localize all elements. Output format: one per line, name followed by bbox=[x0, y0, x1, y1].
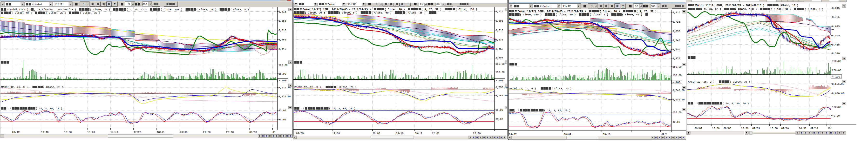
svg-text:( Close, 5 ): ( Close, 5 ) bbox=[339, 11, 358, 14]
svg-text:( Close, 150 ): ( Close, 150 ) bbox=[735, 8, 757, 11]
svg-text:12:00: 12:00 bbox=[64, 131, 72, 134]
svg-text:( Close, 5 ): ( Close, 5 ) bbox=[230, 8, 249, 11]
svg-text:95.00: 95.00 bbox=[278, 109, 286, 112]
svg-text:( Close, 20 ): ( Close, 20 ) bbox=[556, 13, 576, 16]
svg-text:09/10: 09/10 bbox=[603, 133, 611, 136]
svg-text:( Close, 10 ): ( Close, 10 ) bbox=[384, 8, 405, 11]
svg-text:100.00: 100.00 bbox=[673, 111, 682, 114]
svg-text:( Close, 40 ): ( Close, 40 ) bbox=[371, 11, 392, 14]
svg-text:( 14, 3, 80, 20 ): ( 14, 3, 80, 20 ) bbox=[329, 107, 355, 110]
svg-text:18:40: 18:40 bbox=[157, 131, 164, 134]
svg-text:8,565: 8,565 bbox=[278, 19, 286, 23]
svg-text:20:00: 20:00 bbox=[180, 131, 188, 134]
svg-text:8,615: 8,615 bbox=[278, 10, 286, 13]
svg-text:, 2011/09/08 - 2011/09/13 ): , 2011/09/08 - 2011/09/13 ) bbox=[34, 8, 76, 11]
svg-text:× 100: × 100 bbox=[673, 81, 680, 84]
svg-text:16:30: 16:30 bbox=[770, 127, 778, 130]
svg-text:225mini: 225mini bbox=[324, 3, 335, 6]
svg-text:( Close, 75 ): ( Close, 75 ) bbox=[80, 11, 100, 14]
svg-text:( Close, 75 ): ( Close, 75 ) bbox=[551, 87, 572, 90]
svg-text:10:40: 10:40 bbox=[41, 131, 49, 134]
svg-text:8,370: 8,370 bbox=[673, 57, 680, 60]
svg-text:22:40: 22:40 bbox=[226, 131, 234, 134]
svg-text:21:20: 21:20 bbox=[203, 131, 211, 134]
svg-text:8,635: 8,635 bbox=[832, 25, 840, 28]
svg-text:T: T bbox=[114, 3, 116, 6]
svg-text:165.00: 165.00 bbox=[278, 64, 288, 67]
svg-text:8,455: 8,455 bbox=[673, 48, 680, 51]
svg-text:8,695: 8,695 bbox=[495, 19, 503, 23]
svg-text:09/09: 09/09 bbox=[564, 133, 571, 136]
svg-text:( Close, 40 ): ( Close, 40 ) bbox=[622, 13, 642, 16]
svg-text:16:: 16: bbox=[828, 127, 832, 130]
svg-text:8,740.00: 8,740.00 bbox=[673, 89, 684, 92]
svg-text:09/09: 09/09 bbox=[752, 127, 760, 130]
svg-text:750.00: 750.00 bbox=[832, 60, 841, 63]
svg-text:( Close, 5 ): ( Close, 5 ) bbox=[590, 13, 608, 16]
svg-text:8,465: 8,465 bbox=[278, 38, 286, 41]
svg-text:09/10: 09/10 bbox=[781, 127, 789, 130]
svg-text:( Close, 10 ): ( Close, 10 ) bbox=[778, 4, 798, 7]
svg-text:600: 600 bbox=[651, 5, 656, 8]
svg-text:( 14, 3, 80, 20 ): ( 14, 3, 80, 20 ) bbox=[544, 109, 570, 112]
svg-text:8,455: 8,455 bbox=[832, 43, 840, 46]
svg-text:20:00: 20:00 bbox=[473, 132, 481, 135]
svg-text:8,415: 8,415 bbox=[278, 48, 286, 50]
svg-text:8,470.00: 8,470.00 bbox=[278, 95, 290, 98]
svg-text:, 2011/09/05 - 2011/09/13 ): , 2011/09/05 - 2011/09/13 ) bbox=[544, 10, 586, 13]
svg-text:× 100: × 100 bbox=[278, 79, 286, 82]
svg-text:225mini 11/12( 5: 225mini 11/12( 5 bbox=[6, 8, 31, 11]
svg-text:× 100: × 100 bbox=[495, 79, 503, 82]
svg-text:09/1: 09/1 bbox=[661, 133, 668, 136]
svg-text:( 9, 26, 52 ): ( 9, 26, 52 ) bbox=[127, 8, 147, 11]
svg-text:, 2011/09/05 - 2011/09/13 ): , 2011/09/05 - 2011/09/13 ) bbox=[722, 4, 764, 7]
svg-text:225mini 11/12( 60: 225mini 11/12( 60 bbox=[693, 4, 719, 7]
svg-text:( Close, 150 ): ( Close, 150 ) bbox=[161, 8, 183, 11]
svg-text:× 100: × 100 bbox=[832, 75, 840, 78]
svg-text:09/10: 09/10 bbox=[396, 132, 404, 135]
svg-text:65.00: 65.00 bbox=[278, 73, 286, 75]
svg-text:8,580.00: 8,580.00 bbox=[495, 94, 507, 97]
svg-text:8,370: 8,370 bbox=[832, 52, 840, 55]
svg-text:( 14, 3, 80, 20 ): ( 14, 3, 80, 20 ) bbox=[722, 102, 749, 105]
svg-text:( Close, 10 ): ( Close, 10 ) bbox=[600, 10, 620, 13]
svg-text:5: 5 bbox=[128, 3, 130, 6]
svg-text:8,615: 8,615 bbox=[495, 29, 503, 32]
svg-text:355.00: 355.00 bbox=[495, 63, 505, 66]
svg-text:T: T bbox=[622, 5, 624, 8]
svg-text:8,545: 8,545 bbox=[832, 34, 840, 37]
svg-text:8,775: 8,775 bbox=[495, 10, 503, 13]
svg-text:8,815: 8,815 bbox=[832, 7, 840, 10]
svg-text:11/12: 11/12 bbox=[54, 3, 63, 6]
svg-text:( Close, 25 ): ( Close, 25 ) bbox=[405, 11, 426, 14]
svg-text:35.00: 35.00 bbox=[495, 118, 503, 121]
svg-text:8,685.00: 8,685.00 bbox=[832, 83, 844, 85]
svg-text:14:40: 14:40 bbox=[111, 131, 118, 134]
svg-text:11/12: 11/12 bbox=[562, 5, 571, 8]
svg-text:( Close, 20 ): ( Close, 20 ) bbox=[305, 11, 325, 14]
svg-text:( Close, 150 ): ( Close, 150 ) bbox=[456, 8, 477, 11]
svg-text:40.00: 40.00 bbox=[673, 121, 680, 123]
svg-text:16:30: 16:30 bbox=[712, 127, 720, 130]
svg-text:( 14, 3, 80, 20 ): ( 14, 3, 80, 20 ) bbox=[36, 107, 62, 110]
svg-text:MACD( 12, 26, 9 ): MACD( 12, 26, 9 ) bbox=[688, 80, 714, 83]
svg-text:225mini: 225mini bbox=[31, 3, 42, 6]
svg-text:35.00: 35.00 bbox=[278, 118, 286, 121]
svg-text:8,375: 8,375 bbox=[495, 57, 503, 60]
svg-text:8,630.00: 8,630.00 bbox=[832, 92, 844, 95]
svg-text:09/12: 09/12 bbox=[12, 131, 20, 134]
svg-text:225mini 11/12( 15: 225mini 11/12( 15 bbox=[300, 8, 326, 11]
svg-text:09/13: 09/13 bbox=[249, 131, 257, 134]
svg-text:1: 1 bbox=[591, 5, 593, 8]
svg-text:8,630.00: 8,630.00 bbox=[673, 98, 684, 101]
svg-text:( Close, 20 ): ( Close, 20 ) bbox=[771, 8, 791, 11]
svg-text:8,515: 8,515 bbox=[278, 29, 286, 32]
svg-text:550.00: 550.00 bbox=[673, 66, 682, 68]
svg-text:13:20: 13:20 bbox=[87, 131, 95, 134]
svg-text:, 2011/09/05 - 2011/09/13 ): , 2011/09/05 - 2011/09/13 ) bbox=[329, 8, 371, 11]
svg-text:8,815: 8,815 bbox=[673, 11, 680, 14]
svg-text:225mini 11/12( 30: 225mini 11/12( 30 bbox=[515, 10, 541, 13]
svg-text:250.00: 250.00 bbox=[832, 69, 841, 72]
svg-text:8,455: 8,455 bbox=[495, 48, 503, 50]
svg-text:12:00: 12:00 bbox=[432, 132, 439, 135]
